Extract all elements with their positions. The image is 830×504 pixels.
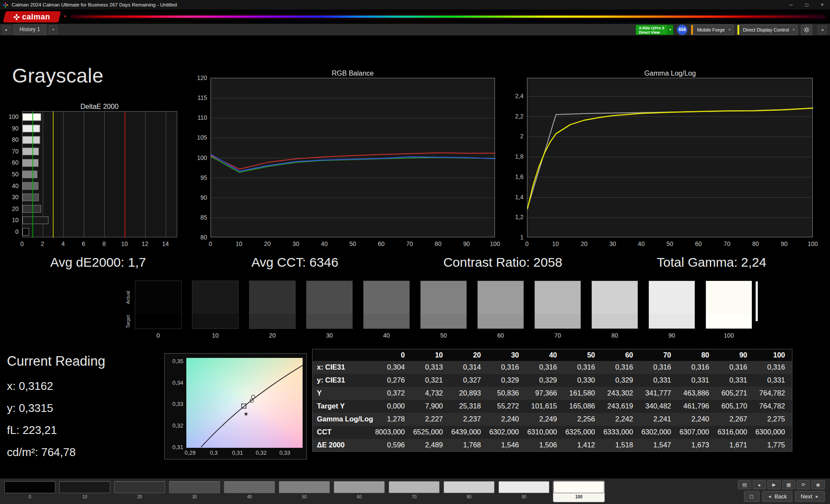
series-target (527, 108, 813, 208)
table-cell: 2,275 (754, 413, 792, 426)
series-measured (527, 108, 813, 209)
meter-dropdown[interactable]: X-Rite i1Pro 3 Direct View ▾ (635, 25, 674, 35)
grayscale-level-button[interactable]: 60 (334, 481, 385, 502)
grayscale-swatch (363, 281, 410, 329)
tab-history-1[interactable]: History 1 (13, 24, 47, 35)
actual-row-label: Actual (125, 291, 131, 304)
level-label: 70 (389, 494, 440, 499)
refresh-button[interactable]: ⟳ (797, 480, 810, 489)
table-cell: 0,372 (374, 387, 412, 400)
spectrum-stripe (71, 16, 825, 18)
table-cell: 243,302 (602, 387, 640, 400)
series-red (211, 153, 495, 169)
table-cell: 764,782 (754, 400, 792, 413)
power-button[interactable]: ◉ (811, 480, 825, 489)
swatch-actual (135, 281, 181, 314)
chart-gamma-x-tick-label: 60 (695, 240, 702, 247)
chart-rgb-x-tick-label: 90 (463, 240, 470, 247)
swatch-target (592, 314, 638, 329)
chart-rgb-y-tick-label: 100 (197, 154, 207, 161)
grayscale-level-button[interactable]: 40 (224, 481, 275, 502)
add-tab-button[interactable]: + (49, 26, 57, 34)
swatch-strip-edge-marker (756, 281, 758, 321)
next-button[interactable]: Next ► (795, 491, 825, 502)
collapse-panel-icon[interactable]: ◂ (818, 26, 827, 34)
panel-button[interactable]: ▤ (738, 480, 751, 489)
table-row: x: CIE310,3040,3130,3140,3160,3160,3160,… (313, 361, 792, 374)
deltae-x-tick-label: 14 (162, 240, 169, 247)
calman-logo[interactable]: calman (3, 11, 61, 22)
table-col-header: 60 (602, 349, 640, 361)
deltae-y-tick-label: 20 (12, 205, 19, 212)
history-nav-icon[interactable]: ▸ (2, 26, 11, 34)
grayscale-level-button[interactable]: 90 (498, 481, 549, 502)
table-cell: 6310,000 (526, 426, 564, 439)
table-col-header: 30 (488, 349, 526, 361)
table-cell: 0,321 (412, 374, 450, 387)
grayscale-level-button[interactable]: 80 (444, 481, 495, 502)
stop-button[interactable]: □ (744, 491, 760, 502)
avg-cct-stat: Avg CCT: 6346 (251, 255, 338, 270)
table-row-label: y: CIE31 (313, 374, 374, 387)
swatch-actual (706, 281, 752, 314)
table-cell: 1,768 (450, 439, 488, 452)
table-cell: 461,796 (678, 400, 716, 413)
grayscale-level-button[interactable]: 0 (4, 481, 55, 502)
grayscale-level-button[interactable]: 30 (169, 481, 220, 502)
level-swatch (279, 481, 330, 493)
back-button[interactable]: ◄ Back (762, 491, 793, 502)
settings-button[interactable] (801, 25, 812, 35)
swatch-level-label: 20 (269, 332, 276, 339)
swatch-target (306, 314, 352, 329)
chart-rgb-x-tick-label: 20 (264, 240, 271, 247)
table-cell: 2,256 (564, 413, 602, 426)
power-icon: ◉ (816, 482, 820, 488)
grayscale-swatch (135, 281, 182, 329)
device-controls: X-Rite i1Pro 3 Direct View ▾ 656 Mobile … (635, 25, 827, 35)
next-icon: ► (815, 494, 819, 499)
chart-gamma-y-tick-label: 1,4 (515, 194, 524, 201)
source-dropdown[interactable]: Mobile Forge ▾ (691, 25, 733, 35)
swatch-level-label: 30 (326, 332, 333, 339)
play-button[interactable]: ▶ (767, 480, 781, 489)
grayscale-level-button[interactable]: 100 (553, 481, 604, 502)
grayscale-level-button[interactable]: 20 (114, 481, 165, 502)
profile-badge[interactable]: 656 (677, 25, 687, 35)
maximize-button[interactable]: □ (799, 0, 814, 10)
gear-icon (803, 26, 810, 33)
close-button[interactable]: × (814, 0, 830, 10)
grayscale-level-button[interactable]: 70 (389, 481, 440, 502)
swatch-actual (364, 281, 409, 314)
table-cell: 1,506 (526, 439, 564, 452)
deltae-x-tick-label: 4 (61, 240, 65, 247)
swatch-actual (192, 281, 238, 314)
swatch-level-label: 0 (156, 332, 160, 339)
chart-gamma-x-tick-label: 10 (552, 240, 559, 247)
table-cell: 243,619 (602, 400, 640, 413)
table-cell: 0,327 (450, 374, 488, 387)
chart-gamma-x-tick-label: 20 (581, 240, 587, 247)
table-cell: 25,318 (450, 400, 488, 413)
swatch-target (706, 314, 752, 329)
display-control-dropdown[interactable]: Direct Display Control ▾ (737, 25, 798, 35)
grid-button[interactable]: ▦ (782, 480, 795, 489)
chart-rgb-x-tick-label: 0 (209, 240, 212, 247)
grayscale-level-button[interactable]: 50 (279, 481, 330, 502)
chart-rgb-y-tick-label: 120 (197, 74, 207, 81)
level-label: 40 (224, 494, 275, 499)
minimize-button[interactable]: – (783, 0, 799, 10)
deltae-y-tick-label: 100 (9, 113, 19, 120)
table-cell: 0,331 (640, 374, 678, 387)
chart-gamma-x-tick-label: 70 (724, 240, 731, 247)
swatch-target (649, 314, 695, 329)
table-corner-cell (313, 349, 374, 361)
grayscale-level-button[interactable]: 10 (59, 481, 110, 502)
level-swatch (114, 481, 165, 493)
table-row-label: Y (313, 387, 374, 400)
record-button[interactable]: ● (753, 480, 766, 489)
table-cell: 0,316 (488, 361, 526, 374)
display-label: Direct Display Control (739, 27, 793, 32)
chart-rgb-x-tick-label: 10 (236, 240, 243, 247)
chart-rgb-y-tick-label: 115 (198, 94, 207, 101)
logo-menu-caret-icon[interactable]: ▾ (64, 14, 66, 19)
